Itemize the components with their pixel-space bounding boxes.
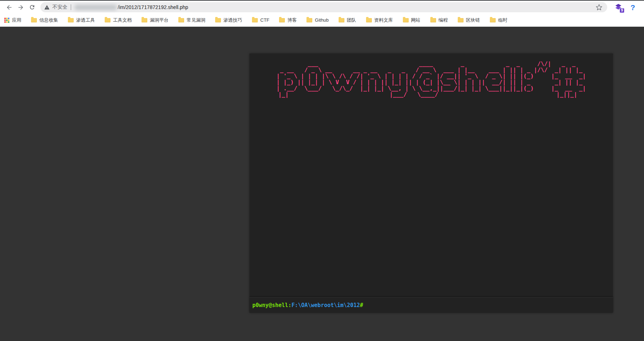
bookmark-label: 应用	[12, 17, 21, 23]
folder-icon	[306, 18, 312, 22]
security-label: 不安全	[52, 4, 68, 10]
bookmark-folder[interactable]: 漏洞平台	[142, 17, 169, 23]
bookmark-folder[interactable]: 工具文档	[105, 17, 132, 23]
bookmark-label: 团队	[347, 17, 356, 23]
bookmark-folder[interactable]: 渗透工具	[68, 17, 95, 23]
extension-button[interactable]: 9	[614, 3, 623, 12]
help-icon: ?	[631, 4, 635, 11]
folder-icon	[215, 18, 221, 22]
star-icon	[596, 4, 602, 11]
warning-icon	[44, 5, 50, 10]
bookmark-folder[interactable]: 编程	[430, 17, 448, 23]
bookmark-folder[interactable]: CTF	[252, 17, 269, 23]
bookmark-folder[interactable]: 博客	[279, 17, 297, 23]
back-button[interactable]	[4, 2, 14, 13]
bookmark-label: 常见漏洞	[187, 17, 205, 23]
webshell-panel: ___ ____ _ _ _ /\/| _ _ _ __ / _ \ __ __…	[249, 53, 613, 313]
address-bar[interactable]: 不安全 /im/2012/1717872192.shell.php	[40, 2, 607, 12]
prompt-path: F:\OA\webroot\im\2012	[291, 302, 360, 308]
shell-input-row: p0wny@shell:F:\OA\webroot\im\2012#	[249, 297, 613, 313]
bookmark-folder[interactable]: 信息收集	[31, 17, 58, 23]
extension-badge: 9	[619, 8, 625, 13]
folder-icon	[366, 18, 372, 22]
bookmark-label: Github	[315, 17, 328, 23]
bookmark-item-apps[interactable]: 应用	[4, 17, 21, 23]
bookmark-label: 漏洞平台	[150, 17, 169, 23]
bookmark-label: 编程	[439, 17, 448, 23]
browser-toolbar: 不安全 /im/2012/1717872192.shell.php 9 ?	[0, 1, 644, 14]
folder-icon	[279, 18, 285, 22]
forward-button[interactable]	[15, 2, 26, 13]
shell-ascii-logo: ___ ____ _ _ _ /\/| _ _ _ __ / _ \ __ __…	[252, 61, 611, 98]
bookmark-label: 网站	[411, 17, 421, 23]
folder-icon	[68, 18, 74, 22]
bookmark-folder[interactable]: 团队	[339, 17, 356, 23]
shell-output-area[interactable]: ___ ____ _ _ _ /\/| _ _ _ __ / _ \ __ __…	[249, 53, 613, 297]
prompt-user: p0wny@shell:	[252, 302, 291, 308]
shell-command-input[interactable]	[366, 300, 610, 311]
bookmark-star-button[interactable]	[594, 3, 604, 12]
bookmark-label: 资料文库	[374, 17, 393, 23]
folder-icon	[430, 18, 436, 22]
security-chip[interactable]: 不安全	[44, 4, 68, 10]
apps-grid-icon	[4, 18, 9, 23]
bookmark-label: 博客	[287, 17, 297, 23]
redacted-url-host	[74, 5, 117, 10]
bookmark-label: 临时	[498, 17, 508, 23]
bookmark-label: 信息收集	[39, 17, 58, 23]
bookmark-folder[interactable]: Github	[306, 17, 328, 23]
bookmark-label: 区块链	[466, 17, 480, 23]
folder-icon	[339, 18, 344, 22]
bookmark-folder[interactable]: 网站	[403, 17, 421, 23]
forward-icon	[17, 4, 24, 11]
prompt-symbol: #	[360, 302, 363, 308]
shell-prompt: p0wny@shell:F:\OA\webroot\im\2012#	[252, 302, 363, 308]
bookmark-folder[interactable]: 临时	[490, 17, 508, 23]
url-divider	[71, 4, 71, 10]
bookmark-label: 工具文档	[113, 17, 132, 23]
bookmark-folder[interactable]: 资料文库	[366, 17, 393, 23]
bookmark-folder[interactable]: 渗透技巧	[215, 17, 242, 23]
bookmark-folder[interactable]: 区块链	[458, 17, 480, 23]
folder-icon	[142, 18, 147, 22]
bookmark-folder[interactable]: 常见漏洞	[178, 17, 205, 23]
folder-icon	[458, 18, 464, 22]
bookmarks-bar: 应用 信息收集 渗透工具 工具文档 漏洞平台 常见漏洞 渗透技巧 CTF	[0, 14, 644, 27]
folder-icon	[105, 18, 110, 22]
bookmark-label: 渗透工具	[76, 17, 95, 23]
web-page: ___ ____ _ _ _ /\/| _ _ _ __ / _ \ __ __…	[0, 27, 644, 341]
url-path-text: /im/2012/1717872192.shell.php	[118, 4, 188, 10]
reload-button[interactable]	[27, 2, 38, 13]
help-extension-button[interactable]: ?	[628, 3, 638, 12]
folder-icon	[252, 18, 258, 22]
folder-icon	[403, 18, 409, 22]
folder-icon	[178, 18, 184, 22]
extensions-area: 9 ?	[614, 3, 638, 12]
browser-window: 不安全 /im/2012/1717872192.shell.php 9 ?	[0, 0, 644, 341]
back-icon	[6, 4, 13, 11]
bookmark-label: CTF	[260, 17, 269, 23]
folder-icon	[490, 18, 496, 22]
reload-icon	[29, 4, 35, 10]
folder-icon	[31, 18, 37, 22]
bookmark-label: 渗透技巧	[223, 17, 242, 23]
